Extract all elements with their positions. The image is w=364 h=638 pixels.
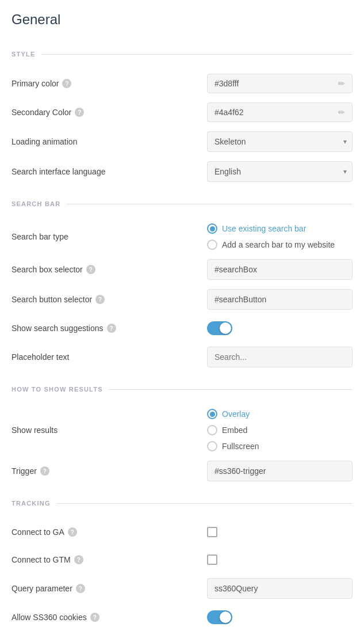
search-bar-type-option2[interactable]: Add a search bar to my website <box>207 240 335 250</box>
language-label: Search interface language <box>12 167 207 176</box>
connect-ga-checkbox[interactable] <box>207 527 217 537</box>
search-button-selector-label: Search button selector ? <box>12 295 207 304</box>
search-bar-type-radio-group: Use existing search bar Add a search bar… <box>207 223 335 250</box>
connect-gtm-label: Connect to GTM ? <box>12 555 207 564</box>
results-section-line <box>109 389 352 390</box>
show-results-radio1-label: Overlay <box>222 409 250 419</box>
language-select-wrap: English German French Spanish ▾ <box>207 161 352 182</box>
tracking-section-line <box>56 503 352 504</box>
connect-ga-help-icon[interactable]: ? <box>68 527 77 537</box>
connect-gtm-control <box>207 555 352 565</box>
search-bar-section-line <box>66 204 352 204</box>
allow-ss360-cookies-control <box>207 610 352 624</box>
search-bar-section-label: SEARCH BAR <box>12 200 66 207</box>
trigger-input[interactable] <box>207 461 352 481</box>
connect-gtm-checkbox[interactable] <box>207 555 217 565</box>
show-search-suggestions-control <box>207 321 352 335</box>
placeholder-text-row: Placeholder text <box>12 342 352 372</box>
connect-ga-label: Connect to GA ? <box>12 527 207 537</box>
secondary-color-label: Secondary Color ? <box>12 108 207 117</box>
secondary-color-help-icon[interactable]: ? <box>75 108 84 117</box>
tracking-section-label: TRACKING <box>12 500 56 507</box>
search-bar-section-divider: SEARCH BAR <box>12 200 352 207</box>
query-parameter-row: Query parameter ? <box>12 574 352 603</box>
search-box-selector-label: Search box selector ? <box>12 265 207 274</box>
show-search-suggestions-track <box>207 321 232 335</box>
search-box-selector-row: Search box selector ? <box>12 255 352 284</box>
search-bar-type-option1[interactable]: Use existing search bar <box>207 223 335 234</box>
style-section-divider: STYLE <box>12 51 352 58</box>
search-bar-type-radio1-label: Use existing search bar <box>222 224 306 233</box>
search-bar-type-radio1-circle <box>207 223 217 234</box>
loading-animation-select-wrap: Skeleton Spinner None ▾ <box>207 131 352 152</box>
show-results-option1[interactable]: Overlay <box>207 409 259 419</box>
style-section-line <box>41 54 352 55</box>
allow-ss360-cookies-help-icon[interactable]: ? <box>90 613 99 622</box>
primary-color-row: Primary color ? #3d8fff ✏ <box>12 69 352 98</box>
primary-color-help-icon[interactable]: ? <box>62 79 71 88</box>
page-title: General <box>12 12 352 28</box>
show-search-suggestions-thumb <box>220 322 231 334</box>
search-bar-type-radio2-label: Add a search bar to my website <box>222 240 335 249</box>
show-results-radio-group: Overlay Embed Fullscreen <box>207 409 259 451</box>
show-results-label: Show results <box>12 426 207 435</box>
language-row: Search interface language English German… <box>12 157 352 187</box>
allow-ss360-cookies-row: Allow SS360 cookies ? <box>12 603 352 631</box>
show-results-radio3-label: Fullscreen <box>222 442 259 451</box>
show-results-control: Overlay Embed Fullscreen <box>207 409 352 451</box>
results-section-divider: HOW TO SHOW RESULTS <box>12 386 352 393</box>
trigger-control <box>207 461 352 481</box>
primary-color-input[interactable]: #3d8fff ✏ <box>207 74 352 93</box>
search-button-selector-input[interactable] <box>207 289 352 310</box>
loading-animation-select[interactable]: Skeleton Spinner None <box>207 131 352 152</box>
show-results-radio2-circle <box>207 425 217 435</box>
placeholder-text-label: Placeholder text <box>12 352 207 362</box>
secondary-color-pencil-icon[interactable]: ✏ <box>338 108 345 117</box>
search-box-selector-input[interactable] <box>207 259 352 280</box>
results-section-label: HOW TO SHOW RESULTS <box>12 386 109 393</box>
style-section-label: STYLE <box>12 51 41 58</box>
primary-color-label: Primary color ? <box>12 79 207 88</box>
loading-animation-row: Loading animation Skeleton Spinner None … <box>12 127 352 157</box>
search-button-selector-row: Search button selector ? <box>12 284 352 314</box>
secondary-color-input[interactable]: #4a4f62 ✏ <box>207 102 352 122</box>
show-results-option3[interactable]: Fullscreen <box>207 441 259 451</box>
show-results-option2[interactable]: Embed <box>207 425 259 435</box>
show-results-radio1-circle <box>207 409 217 419</box>
secondary-color-control: #4a4f62 ✏ <box>207 102 352 122</box>
primary-color-pencil-icon[interactable]: ✏ <box>338 79 345 88</box>
search-bar-type-label: Search bar type <box>12 232 207 241</box>
connect-ga-row: Connect to GA ? <box>12 518 352 546</box>
show-search-suggestions-row: Show search suggestions ? <box>12 314 352 342</box>
query-parameter-help-icon[interactable]: ? <box>76 584 85 593</box>
trigger-label: Trigger ? <box>12 466 207 476</box>
placeholder-text-control <box>207 347 352 367</box>
language-control: English German French Spanish ▾ <box>207 161 352 182</box>
query-parameter-control <box>207 578 352 599</box>
show-search-suggestions-help-icon[interactable]: ? <box>107 324 116 333</box>
tracking-section-divider: TRACKING <box>12 500 352 507</box>
search-box-selector-help-icon[interactable]: ? <box>86 265 95 274</box>
language-select[interactable]: English German French Spanish <box>207 161 352 182</box>
allow-ss360-cookies-label: Allow SS360 cookies ? <box>12 613 207 622</box>
search-button-selector-help-icon[interactable]: ? <box>95 295 105 304</box>
search-bar-type-radio2-circle <box>207 240 217 250</box>
allow-ss360-cookies-toggle[interactable] <box>207 610 232 624</box>
loading-animation-label: Loading animation <box>12 137 207 146</box>
primary-color-control: #3d8fff ✏ <box>207 74 352 93</box>
secondary-color-value: #4a4f62 <box>214 108 338 117</box>
show-search-suggestions-toggle[interactable] <box>207 321 232 335</box>
search-button-selector-control <box>207 289 352 310</box>
placeholder-text-input[interactable] <box>207 347 352 367</box>
query-parameter-input[interactable] <box>207 578 352 599</box>
show-results-radio3-circle <box>207 441 217 451</box>
trigger-help-icon[interactable]: ? <box>40 466 49 476</box>
secondary-color-row: Secondary Color ? #4a4f62 ✏ <box>12 98 352 127</box>
search-bar-type-control: Use existing search bar Add a search bar… <box>207 223 352 250</box>
search-box-selector-control <box>207 259 352 280</box>
connect-gtm-row: Connect to GTM ? <box>12 546 352 574</box>
show-results-radio2-label: Embed <box>222 426 247 435</box>
search-bar-type-row: Search bar type Use existing search bar … <box>12 219 352 255</box>
query-parameter-label: Query parameter ? <box>12 584 207 593</box>
connect-gtm-help-icon[interactable]: ? <box>74 555 83 564</box>
